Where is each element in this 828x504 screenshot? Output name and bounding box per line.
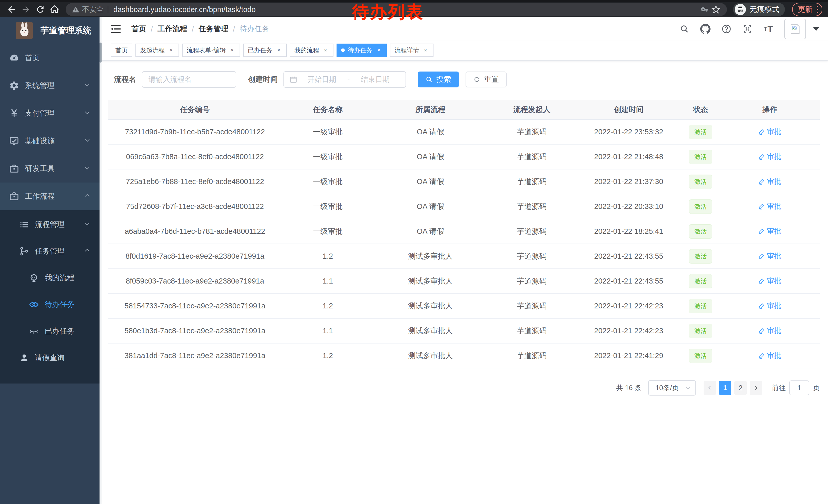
close-icon[interactable]: × — [376, 47, 382, 54]
create-time-cell: 2022-01-21 22:43:55 — [576, 269, 681, 293]
close-icon[interactable]: × — [168, 47, 174, 54]
sidebar-item-system[interactable]: 系统管理 — [0, 72, 101, 99]
breadcrumb-workflow[interactable]: 工作流程 — [158, 24, 187, 34]
help-icon[interactable] — [721, 24, 732, 34]
eye-closed-icon — [28, 326, 40, 336]
browser-update-button[interactable]: 更新 — [792, 3, 822, 16]
sidebar-item-leave-query[interactable]: 请假查询 — [0, 345, 101, 371]
process-cell: OA 请假 — [373, 219, 487, 244]
table-row[interactable]: 75d72608-7b7f-11ec-a3c8-acde48001122 一级审… — [108, 194, 820, 219]
starter-cell: 芋道源码 — [487, 318, 576, 343]
table-row[interactable]: 73211d9d-7b9b-11ec-b5b7-acde48001122 一级审… — [108, 120, 820, 144]
tab-form-edit[interactable]: 流程表单-编辑× — [182, 44, 240, 57]
breadcrumb-home[interactable]: 首页 — [131, 24, 146, 34]
table-row[interactable]: a6aba0a4-7b6d-11ec-b781-acde48001122 一级审… — [108, 219, 820, 244]
sidebar-item-dev-tools[interactable]: 研发工具 — [0, 155, 101, 183]
starter-cell: 芋道源码 — [487, 194, 576, 219]
browser-menu-icon[interactable] — [817, 6, 818, 13]
table-row[interactable]: 381aa1dd-7ac8-11ec-a9e2-a2380e71991a 1.2… — [108, 343, 820, 368]
table-row[interactable]: 8f059c03-7ac8-11ec-a9e2-a2380e71991a 1.1… — [108, 269, 820, 293]
approve-link[interactable]: 审批 — [758, 276, 781, 286]
github-icon[interactable] — [700, 24, 710, 34]
filter-form: 流程名 创建时间 开始日期 - 结束日期 搜索 重 — [114, 71, 820, 88]
sidebar-collapse-icon[interactable] — [110, 24, 122, 34]
sidebar-item-workflow[interactable]: 工作流程 — [0, 183, 101, 210]
tab-start-process[interactable]: 发起流程× — [135, 44, 179, 57]
edit-pen-icon — [758, 327, 765, 334]
sidebar-item-done-tasks[interactable]: 已办任务 — [0, 318, 101, 345]
page-1-button[interactable]: 1 — [719, 381, 731, 395]
approve-link[interactable]: 审批 — [758, 177, 781, 186]
approve-link[interactable]: 审批 — [758, 127, 781, 137]
page-2-button[interactable]: 2 — [734, 381, 747, 395]
create-time-cell: 2022-01-22 18:25:41 — [576, 219, 681, 244]
tree-branch-icon — [18, 246, 30, 256]
table-row[interactable]: 069c6a63-7b8a-11ec-8ef0-acde48001122 一级审… — [108, 144, 820, 169]
sidebar-item-payment[interactable]: 支付管理 — [0, 99, 101, 127]
approve-link[interactable]: 审批 — [758, 226, 781, 236]
process-name-input[interactable] — [142, 71, 236, 88]
close-icon[interactable]: × — [422, 47, 429, 54]
approve-link[interactable]: 审批 — [758, 251, 781, 261]
approve-link[interactable]: 审批 — [758, 152, 781, 162]
reset-button[interactable]: 重置 — [465, 72, 507, 87]
gear-icon — [8, 81, 20, 91]
sidebar-item-label: 首页 — [25, 53, 40, 63]
dashboard-icon — [8, 53, 20, 63]
close-icon[interactable]: × — [322, 47, 329, 54]
approve-link[interactable]: 审批 — [758, 201, 781, 211]
tab-done-tasks[interactable]: 已办任务× — [243, 44, 287, 57]
sidebar-item-todo-tasks[interactable]: 待办任务 — [0, 291, 101, 318]
tab-my-process[interactable]: 我的流程× — [290, 44, 333, 57]
table-row[interactable]: 580e1b3d-7ac8-11ec-a9e2-a2380e71991a 1.1… — [108, 318, 820, 343]
fullscreen-icon[interactable] — [742, 24, 753, 34]
not-secure-warning-icon — [72, 6, 80, 13]
annotation-overlay-text: 待办列表 — [352, 1, 424, 24]
close-icon[interactable]: × — [229, 47, 236, 54]
process-cell: 测试多审批人 — [373, 293, 487, 318]
sidebar-logo-row[interactable]: 芋道管理系统 — [0, 17, 101, 44]
app-logo-avatar — [16, 22, 33, 39]
approve-link[interactable]: 审批 — [758, 326, 781, 335]
close-icon[interactable]: × — [276, 47, 282, 54]
browser-reload-icon[interactable] — [34, 4, 46, 15]
approve-link[interactable]: 审批 — [758, 301, 781, 311]
range-separator: - — [346, 75, 350, 84]
date-range-picker[interactable]: 开始日期 - 结束日期 — [283, 71, 406, 88]
prev-page-button[interactable] — [704, 381, 716, 395]
sidebar-item-task-management[interactable]: 任务管理 — [0, 238, 101, 265]
search-button[interactable]: 搜索 — [418, 72, 459, 87]
table-row[interactable]: 58154733-7ac8-11ec-a9e2-a2380e71991a 1.2… — [108, 293, 820, 318]
sidebar-item-infrastructure[interactable]: 基础设施 — [0, 127, 101, 155]
sidebar-item-process-management[interactable]: 流程管理 — [0, 211, 101, 238]
sidebar-item-label: 流程管理 — [35, 220, 65, 230]
next-page-button[interactable] — [750, 381, 762, 395]
browser-home-icon[interactable] — [49, 4, 60, 15]
tab-home[interactable]: 首页 — [111, 44, 132, 57]
sidebar: 芋道管理系统 首页 系统管理 支付管理 — [0, 17, 101, 504]
bookmark-star-icon[interactable] — [710, 4, 722, 15]
goto-page-input[interactable] — [789, 380, 809, 395]
user-avatar[interactable] — [784, 19, 806, 39]
sidebar-item-my-process[interactable]: 我的流程 — [0, 265, 101, 291]
browser-back-icon[interactable] — [6, 4, 17, 15]
page-size-select[interactable]: 10条/页 — [648, 380, 696, 396]
browser-forward-icon[interactable] — [20, 4, 32, 15]
sidebar-scrollbar-thumb[interactable] — [99, 43, 101, 62]
approve-link[interactable]: 审批 — [758, 351, 781, 360]
tab-process-detail[interactable]: 流程详情× — [390, 44, 433, 57]
eye-open-icon — [28, 300, 40, 310]
sidebar-item-home[interactable]: 首页 — [0, 44, 101, 72]
tab-todo-tasks[interactable]: 待办任务× — [336, 44, 387, 57]
search-icon[interactable] — [679, 24, 690, 34]
avatar-dropdown-caret[interactable] — [813, 27, 819, 31]
status-badge: 激活 — [689, 150, 712, 164]
breadcrumb-task-management[interactable]: 任务管理 — [199, 24, 228, 34]
task-name-cell: 1.1 — [282, 269, 373, 293]
table-header-row: 任务编号 任务名称 所属流程 流程发起人 创建时间 状态 操作 — [108, 100, 820, 120]
process-cell: OA 请假 — [373, 169, 487, 194]
table-row[interactable]: 725a1eb6-7b88-11ec-8ef0-acde48001122 一级审… — [108, 169, 820, 194]
font-size-icon[interactable]: TT — [763, 24, 774, 34]
password-key-icon[interactable] — [700, 4, 710, 15]
table-row[interactable]: 8f0d1619-7ac8-11ec-a9e2-a2380e71991a 1.2… — [108, 244, 820, 269]
